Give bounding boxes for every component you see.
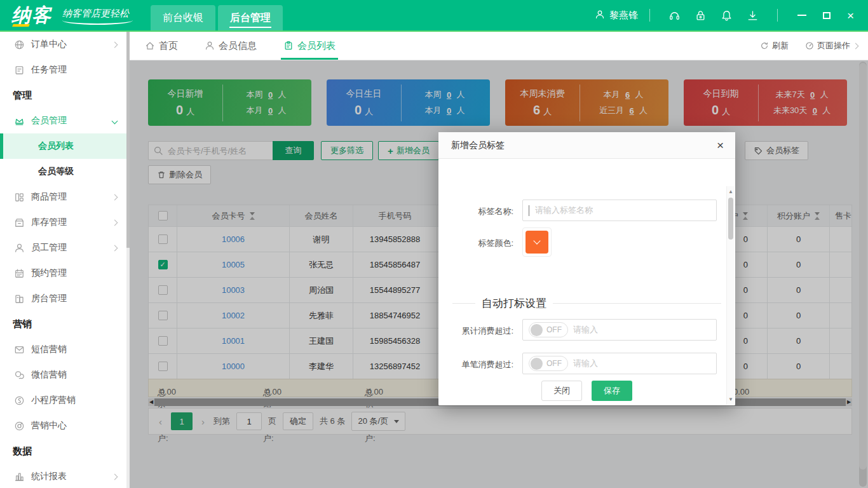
modal-scrollbar[interactable]: ▲ ▼ [726, 186, 735, 405]
single-consume-label: 单笔消费超过: [450, 359, 513, 370]
sidebar-item-product-mgmt[interactable]: 商品管理 [0, 184, 130, 210]
sidebar-item-booking-mgmt[interactable]: 预约管理 [0, 261, 130, 286]
off-toggle[interactable]: OFF [529, 322, 568, 337]
scroll-down-arrow[interactable]: ▼ [727, 396, 735, 402]
support-headset-icon[interactable] [668, 10, 681, 22]
page-tabbar: 首页 会员信息 会员列表 刷新 页面操作 [130, 32, 868, 60]
tag-color-swatch[interactable] [526, 231, 548, 254]
modal-footer: 关闭 保存 [438, 376, 735, 405]
tab-member-list[interactable]: 会员列表 [283, 32, 336, 60]
sidebar: 订单中心 任务管理 管理 会员管理 会员列表 会员等级 商品管理 库存管理 员工… [0, 32, 130, 488]
auto-tag-section-header: 自动打标设置 [438, 296, 735, 311]
tag-color-picker[interactable] [522, 227, 552, 257]
text-caret [529, 205, 529, 216]
tabbar-actions: 刷新 页面操作 [760, 40, 858, 51]
sidebar-item-sms-marketing[interactable]: 短信营销 [0, 337, 130, 362]
cumulative-consume-label: 累计消费超过: [450, 325, 513, 337]
brand-slogan: 纳客管店更轻松 [62, 8, 129, 20]
header-divider [649, 9, 650, 22]
single-consume-input[interactable]: OFF 请输入 [522, 353, 717, 374]
sidebar-section-mgmt: 管理 [0, 83, 130, 108]
modal-close-icon[interactable]: × [717, 139, 724, 151]
chevron-right-icon [112, 473, 118, 480]
chevron-right-icon [112, 41, 118, 48]
chevron-down-icon [112, 118, 118, 124]
nav-back-admin[interactable]: 后台管理 [218, 5, 283, 30]
modal-close-button[interactable]: 关闭 [541, 381, 582, 401]
main-nav: 前台收银 后台管理 [151, 5, 283, 30]
app-window: 纳客 纳客管店更轻松 前台收银 后台管理 黎燕锋 × 订单中心 [0, 0, 868, 488]
chevron-down-icon [533, 237, 540, 244]
header-right: 黎燕锋 × [595, 9, 858, 22]
modal-title-bar: 新增会员标签 × [438, 132, 735, 159]
sidebar-item-statistics-report[interactable]: 统计报表 [0, 464, 130, 488]
close-window-button[interactable]: × [847, 10, 854, 22]
sidebar-item-wechat-marketing[interactable]: 微信营销 [0, 362, 130, 388]
top-header: 纳客 纳客管店更轻松 前台收银 后台管理 黎燕锋 × [0, 0, 868, 32]
user-icon [595, 10, 605, 22]
modal-scrollbar-thumb[interactable] [728, 198, 733, 240]
maximize-button[interactable] [823, 12, 831, 19]
add-member-tag-modal: 新增会员标签 × 标签名称: 请输入标签名称 标签颜色: 自动打标设置 累计消费… [438, 132, 735, 405]
modal-save-button[interactable]: 保存 [592, 381, 632, 401]
user-menu[interactable]: 黎燕锋 [595, 10, 638, 22]
tag-color-label: 标签颜色: [450, 238, 513, 249]
sidebar-item-order-center[interactable]: 订单中心 [0, 32, 130, 57]
sidebar-item-task-mgmt[interactable]: 任务管理 [0, 57, 130, 83]
nav-front-cashier[interactable]: 前台收银 [151, 5, 215, 30]
off-toggle[interactable]: OFF [529, 356, 568, 371]
tag-name-input[interactable]: 请输入标签名称 [522, 200, 717, 221]
chevron-right-icon [112, 219, 118, 226]
chevron-right-icon [112, 194, 118, 200]
sidebar-item-staff-mgmt[interactable]: 员工管理 [0, 235, 130, 261]
refresh-button[interactable]: 刷新 [760, 40, 789, 51]
sidebar-item-miniprogram-marketing[interactable]: 小程序营销 [0, 388, 130, 413]
refresh-icon [760, 41, 769, 50]
sidebar-item-member-list[interactable]: 会员列表 [0, 133, 130, 159]
tag-name-label: 标签名称: [450, 206, 513, 217]
notification-bell-icon[interactable] [721, 10, 733, 22]
modal-body: 标签名称: 请输入标签名称 标签颜色: 自动打标设置 累计消费超过: OFF 请… [438, 159, 735, 405]
lock-icon[interactable] [695, 10, 707, 22]
page-operations-button[interactable]: 页面操作 [805, 40, 858, 51]
user-name: 黎燕锋 [609, 10, 638, 22]
sidebar-section-data: 数据 [0, 438, 130, 464]
chevron-right-icon [112, 245, 118, 251]
download-icon[interactable] [747, 10, 759, 22]
tab-member-info[interactable]: 会员信息 [205, 32, 257, 60]
sidebar-item-member-level[interactable]: 会员等级 [0, 159, 130, 184]
toggle-knob [531, 358, 543, 370]
sidebar-item-inventory-mgmt[interactable]: 库存管理 [0, 210, 130, 235]
minimize-button[interactable] [797, 15, 806, 16]
brand-logo: 纳客 [11, 6, 52, 25]
cumulative-consume-input[interactable]: OFF 请输入 [522, 319, 717, 341]
toggle-knob [531, 324, 543, 336]
modal-title: 新增会员标签 [451, 140, 505, 151]
sidebar-item-marketing-center[interactable]: 营销中心 [0, 413, 130, 438]
sidebar-item-member-mgmt[interactable]: 会员管理 [0, 108, 130, 133]
sidebar-item-room-table-mgmt[interactable]: 房台管理 [0, 286, 130, 311]
scroll-up-arrow[interactable]: ▲ [727, 189, 735, 194]
gauge-icon [805, 41, 814, 50]
chevron-right-icon [853, 43, 859, 49]
header-divider-2 [777, 9, 778, 22]
tab-home[interactable]: 首页 [145, 32, 178, 60]
sidebar-section-marketing: 营销 [0, 311, 130, 337]
